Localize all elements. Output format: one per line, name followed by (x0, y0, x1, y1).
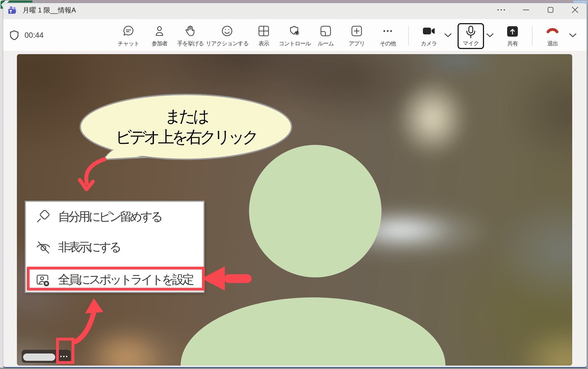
toolbar-button-apps[interactable]: アプリ (341, 24, 372, 51)
toolbar-label-leave: 退出 (547, 40, 558, 47)
reaction-icon (221, 24, 233, 37)
pin-icon (36, 209, 51, 224)
titlebar-more-button[interactable] (493, 3, 509, 17)
rooms-icon (319, 24, 332, 37)
menu-label-pin: 自分用にピン留めする (58, 209, 161, 225)
toolbar-label-control: コントロール (279, 40, 310, 47)
participant-name-pill (22, 350, 71, 363)
menu-item-pin[interactable]: 自分用にピン留めする (26, 202, 203, 231)
toolbar-button-raise-hand[interactable]: 手を挙げる (175, 24, 206, 51)
participant-name-redacted (23, 353, 55, 361)
toolbar-label-react: リアクションする (206, 40, 248, 47)
toolbar-button-leave[interactable]: 退出 (537, 24, 568, 51)
toolbar-button-react[interactable]: リアクションする (212, 24, 243, 51)
window-title: 月曜 1 限__情報A (23, 3, 76, 17)
dot (60, 356, 62, 357)
mic-button-focus-box[interactable]: マイク (458, 23, 484, 49)
maximize-icon (548, 7, 553, 13)
chevron-down-icon (569, 33, 576, 37)
toolbar-label-apps: アプリ (349, 40, 365, 47)
toolbar-label-participants: 参加者 (152, 40, 167, 47)
toolbar-button-rooms[interactable]: ルーム (310, 24, 341, 51)
chevron-down-icon (444, 33, 452, 37)
close-icon (572, 7, 578, 13)
toolbar-separator-2 (532, 26, 532, 46)
teams-meeting-window: 月曜 1 限__情報A 00:44 (3, 3, 587, 368)
toolbar-separator-1 (408, 26, 409, 46)
toolbar-label-mic: マイク (463, 39, 479, 47)
mic-chevron-button[interactable] (486, 32, 494, 39)
menu-item-hide[interactable]: 非表示にする (26, 233, 203, 262)
toolbar-button-view[interactable]: 表示 (248, 24, 279, 51)
toolbar-label-share: 共有 (507, 40, 518, 47)
dot (66, 356, 67, 357)
security-shield-icon (10, 30, 19, 40)
mic-icon (465, 24, 476, 39)
raise-hand-icon (184, 24, 197, 37)
participants-icon (153, 24, 166, 37)
leave-call-icon (546, 24, 559, 37)
chevron-down-icon (486, 33, 494, 37)
context-menu: 自分用にピン留めする 非表示にする (25, 201, 205, 293)
toolbar-label-view: 表示 (259, 40, 269, 47)
toolbar-label-camera: カメラ (421, 40, 437, 47)
toolbar-button-camera[interactable]: カメラ (413, 24, 444, 51)
more-icon (381, 24, 394, 37)
minimize-button[interactable] (518, 3, 534, 17)
view-icon (258, 24, 270, 37)
menu-label-hide: 非表示にする (58, 239, 120, 255)
dot (63, 356, 65, 357)
meeting-timer: 00:44 (25, 31, 44, 40)
close-button[interactable] (567, 3, 583, 17)
toolbar-label-more: その他 (380, 40, 396, 47)
titlebar-separator (510, 6, 510, 14)
eye-off-icon (36, 240, 51, 255)
toolbar-label-rooms: ルーム (318, 40, 334, 47)
apps-icon (350, 24, 363, 37)
camera-chevron-button[interactable] (444, 32, 452, 39)
tile-more-options-button[interactable] (57, 350, 71, 363)
menu-item-spotlight[interactable]: 全員にスポットライトを設定 (26, 266, 203, 293)
meeting-toolbar: 00:44 チャット 参加者 (3, 19, 587, 51)
camera-icon (422, 24, 435, 37)
toolbar-label-chat: チャット (118, 40, 139, 47)
teams-logo-icon (8, 6, 17, 14)
toolbar-label-raise-hand: 手を挙げる (177, 40, 204, 47)
spotlight-person-icon (36, 272, 51, 287)
maximize-button[interactable] (542, 3, 559, 17)
toolbar-button-share[interactable]: 共有 (497, 24, 528, 51)
toolbar-button-chat[interactable]: チャット (113, 24, 144, 51)
share-icon (507, 24, 518, 37)
leave-chevron-button[interactable] (569, 32, 577, 39)
toolbar-button-participants[interactable]: 参加者 (144, 24, 175, 51)
titlebar: 月曜 1 限__情報A (3, 3, 587, 19)
toolbar-button-more[interactable]: その他 (372, 24, 403, 51)
menu-label-spotlight: 全員にスポットライトを設定 (58, 271, 192, 288)
minimize-icon (523, 9, 529, 10)
titlebar-more-icon (497, 9, 505, 11)
toolbar-button-control[interactable]: コントロール (279, 24, 310, 51)
control-shield-gear-icon (289, 24, 301, 37)
chat-icon (122, 24, 135, 37)
